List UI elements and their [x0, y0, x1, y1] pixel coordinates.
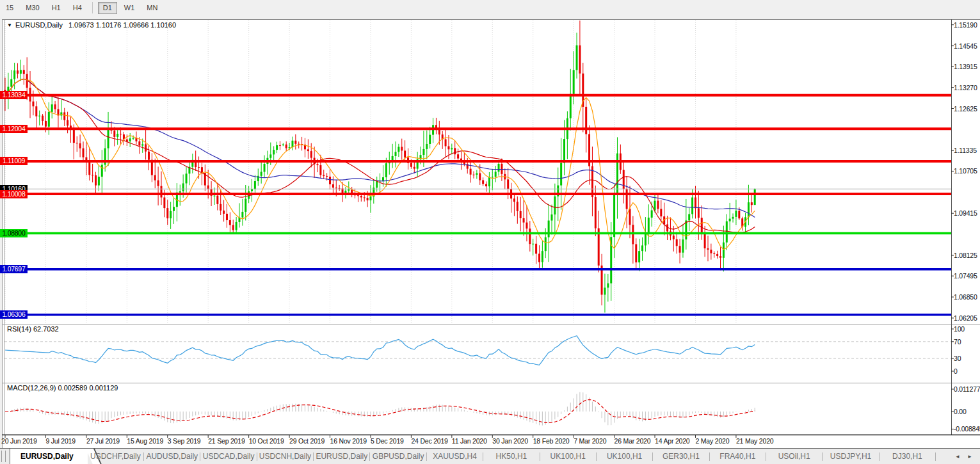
mt4-window: 1.151901.145451.139151.132701.126251.113…: [0, 0, 980, 464]
timeframe-button-15[interactable]: 15: [1, 2, 19, 14]
tab-dj30-h1[interactable]: DJ30,H1: [880, 449, 935, 464]
timeframe-button-h1[interactable]: H1: [47, 2, 66, 14]
timeframe-button-w1[interactable]: W1: [119, 2, 140, 14]
macd-indicator-label: MACD(12,26,9) 0.002589 0.001129: [7, 384, 118, 392]
tab-scroll-left-icon[interactable]: ◄: [955, 454, 960, 460]
tab-uk100-h1[interactable]: UK100,H1: [540, 449, 596, 464]
tab-usdchf-daily[interactable]: USDCHF,Daily: [88, 449, 143, 464]
chart-symbol-label: EURUSD,Daily: [15, 21, 63, 29]
tab-ger30-h1[interactable]: GER30,H1: [653, 449, 709, 464]
tabbar-spacer: [936, 449, 947, 464]
tab-fra40-h1[interactable]: FRA40,H1: [710, 449, 766, 464]
timeframe-button-m30[interactable]: M30: [20, 2, 44, 14]
timeframe-button-h4[interactable]: H4: [68, 2, 87, 14]
tab-usoil-h1[interactable]: USOil,H1: [766, 449, 822, 464]
chart-header: ▼EURUSD,Daily1.09673 1.10176 1.09666 1.1…: [7, 21, 176, 29]
tab-usdcad-daily[interactable]: USDCAD,Daily: [200, 449, 256, 464]
timeframe-toolbar: 15M30H1H4D1W1MN: [0, 0, 980, 19]
tab-scroll-arrows: ◄►: [947, 449, 980, 464]
toolbar-separator: [92, 2, 93, 13]
symbol-dropdown-icon[interactable]: ▼: [7, 22, 12, 28]
tabbar-gripper[interactable]: [1, 451, 6, 462]
chart-tab-bar: EURUSD,DailyUSDCHF,DailyAUDUSD,DailyUSDC…: [0, 448, 980, 464]
price-chart-canvas[interactable]: [0, 0, 980, 464]
tab-eurusd-daily[interactable]: EURUSD,Daily: [314, 449, 369, 464]
tab-uk100-h1[interactable]: UK100,H1: [597, 449, 652, 464]
rsi-indicator-label: RSI(14) 62.7032: [7, 325, 59, 333]
tab-hk50-h1[interactable]: HK50,H1: [483, 449, 539, 464]
tab-eurusd-daily[interactable]: EURUSD,Daily: [10, 449, 88, 464]
timeframe-button-d1[interactable]: D1: [98, 2, 117, 14]
tab-xauusd-h4[interactable]: XAUUSD,H4: [427, 449, 483, 464]
timeframe-button-mn[interactable]: MN: [141, 2, 163, 14]
tab-usdjpy-h1[interactable]: USDJPY,H1: [823, 449, 878, 464]
tab-scroll-right-icon[interactable]: ►: [967, 454, 972, 460]
tab-gbpusd-daily[interactable]: GBPUSD,Daily: [370, 449, 426, 464]
tab-usdcnh-daily[interactable]: USDCNH,Daily: [257, 449, 313, 464]
tab-audusd-daily[interactable]: AUDUSD,Daily: [144, 449, 200, 464]
chart-ohlc-values: 1.09673 1.10176 1.09666 1.10160: [68, 21, 176, 29]
